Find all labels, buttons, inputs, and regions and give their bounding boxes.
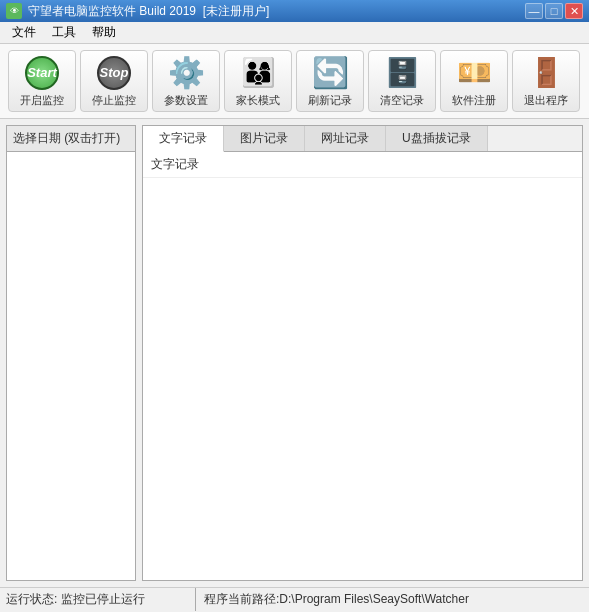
minimize-button[interactable]: — [525, 3, 543, 19]
title-bar: 👁 守望者电脑监控软件 Build 2019 [未注册用户] — □ ✕ [0, 0, 589, 22]
date-panel-content[interactable] [7, 152, 135, 580]
menu-bar: 文件 工具 帮助 [0, 22, 589, 44]
tab-url-records[interactable]: 网址记录 [305, 126, 386, 151]
refresh-records-label: 刷新记录 [308, 94, 352, 107]
tab-content-area: 文字记录 [143, 152, 582, 580]
record-panel: 文字记录 图片记录 网址记录 U盘插拔记录 文字记录 [142, 125, 583, 581]
refresh-records-button[interactable]: 🔄 刷新记录 [296, 50, 364, 112]
stop-monitor-label: 停止监控 [92, 94, 136, 107]
app-title: 守望者电脑监控软件 Build 2019 [28, 4, 196, 18]
param-setting-label: 参数设置 [164, 94, 208, 107]
stop-monitor-icon: Stop [96, 55, 132, 91]
database-icon: 🗄️ [384, 55, 420, 91]
tabs-bar: 文字记录 图片记录 网址记录 U盘插拔记录 [143, 126, 582, 152]
text-records-textarea[interactable] [143, 178, 582, 580]
toolbar: Start 开启监控 Stop 停止监控 ⚙️ 参数设置 👨‍👩‍👦 家长模式 … [0, 44, 589, 119]
register-icon: 💴 [456, 55, 492, 91]
start-monitor-icon: Start [24, 55, 60, 91]
refresh-icon: 🔄 [312, 55, 348, 91]
close-button[interactable]: ✕ [565, 3, 583, 19]
path-text: 程序当前路径:D:\Program Files\SeaySoft\Watcher [204, 592, 469, 606]
software-register-label: 软件注册 [452, 94, 496, 107]
gear-icon: ⚙️ [168, 55, 204, 91]
tab-usb-records[interactable]: U盘插拔记录 [386, 126, 488, 151]
menu-help[interactable]: 帮助 [84, 22, 124, 43]
status-text: 运行状态: 监控已停止运行 [6, 591, 145, 608]
exit-program-button[interactable]: 🚪 退出程序 [512, 50, 580, 112]
app-icon: 👁 [6, 3, 22, 19]
family-icon: 👨‍👩‍👦 [240, 55, 276, 91]
clear-records-button[interactable]: 🗄️ 清空记录 [368, 50, 436, 112]
tab-image-records[interactable]: 图片记录 [224, 126, 305, 151]
active-tab-label: 文字记录 [143, 152, 582, 178]
title-text: 守望者电脑监控软件 Build 2019 [未注册用户] [28, 3, 269, 20]
app-subtitle: [未注册用户] [203, 4, 270, 18]
status-right: 程序当前路径:D:\Program Files\SeaySoft\Watcher [196, 591, 583, 608]
exit-program-label: 退出程序 [524, 94, 568, 107]
window-controls: — □ ✕ [525, 3, 583, 19]
main-content: 选择日期 (双击打开) 文字记录 图片记录 网址记录 U盘插拔记录 文字记录 [0, 119, 589, 587]
status-left: 运行状态: 监控已停止运行 [6, 588, 196, 611]
parent-mode-label: 家长模式 [236, 94, 280, 107]
status-bar: 运行状态: 监控已停止运行 程序当前路径:D:\Program Files\Se… [0, 587, 589, 611]
software-register-button[interactable]: 💴 软件注册 [440, 50, 508, 112]
start-monitor-label: 开启监控 [20, 94, 64, 107]
exit-icon: 🚪 [528, 55, 564, 91]
start-monitor-button[interactable]: Start 开启监控 [8, 50, 76, 112]
menu-file[interactable]: 文件 [4, 22, 44, 43]
parent-mode-button[interactable]: 👨‍👩‍👦 家长模式 [224, 50, 292, 112]
menu-tools[interactable]: 工具 [44, 22, 84, 43]
date-panel: 选择日期 (双击打开) [6, 125, 136, 581]
stop-monitor-button[interactable]: Stop 停止监控 [80, 50, 148, 112]
maximize-button[interactable]: □ [545, 3, 563, 19]
clear-records-label: 清空记录 [380, 94, 424, 107]
date-panel-header: 选择日期 (双击打开) [7, 126, 135, 152]
param-setting-button[interactable]: ⚙️ 参数设置 [152, 50, 220, 112]
tab-text-records[interactable]: 文字记录 [143, 126, 224, 152]
